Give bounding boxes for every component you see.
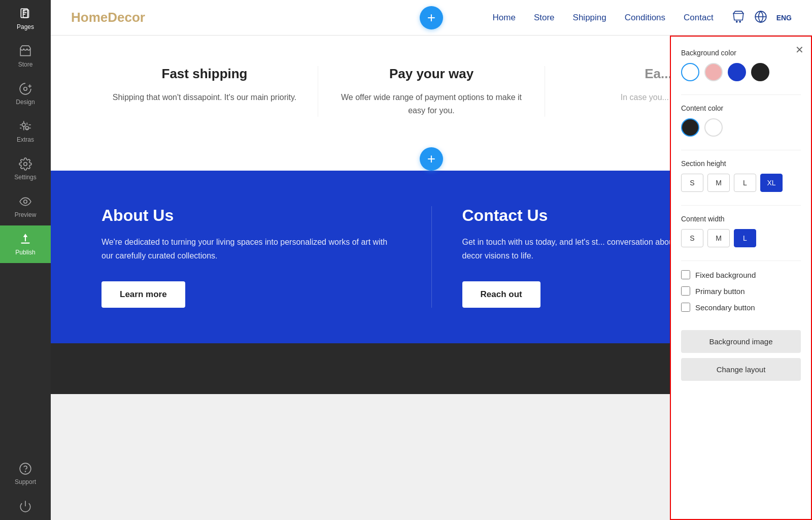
- content-width-label: Content width: [681, 215, 801, 223]
- nav-link-shipping[interactable]: Shipping: [573, 13, 606, 23]
- language-icon[interactable]: [754, 10, 767, 25]
- height-options-row: S M L XL: [681, 174, 801, 192]
- primary-button-checkbox[interactable]: [681, 286, 690, 296]
- svg-rect-12: [21, 243, 29, 244]
- height-m-button[interactable]: M: [707, 174, 730, 192]
- secondary-button-label[interactable]: Secondary button: [695, 303, 755, 312]
- sidebar-label-settings: Settings: [14, 174, 36, 181]
- content-width-section: Content width S M L: [681, 215, 801, 247]
- sidebar: Pages Store Design Extras Settings Previ…: [0, 0, 51, 520]
- sidebar-label-store: Store: [18, 61, 33, 68]
- bg-color-pink[interactable]: [704, 63, 723, 81]
- sidebar-label-support: Support: [15, 478, 36, 485]
- plus-icon-top: +: [427, 10, 435, 26]
- sidebar-label-preview: Preview: [15, 211, 37, 218]
- sidebar-item-store[interactable]: Store: [0, 38, 51, 75]
- nav-link-contact[interactable]: Contact: [684, 13, 714, 23]
- primary-button-label[interactable]: Primary button: [695, 287, 745, 296]
- background-image-button[interactable]: Background image: [681, 330, 801, 353]
- about-description: We're dedicated to turning your living s…: [101, 235, 401, 263]
- divider-3: [681, 205, 801, 206]
- learn-more-button[interactable]: Learn more: [101, 281, 185, 308]
- width-m-button[interactable]: M: [707, 229, 730, 247]
- bg-color-row: [681, 63, 801, 81]
- sidebar-item-support[interactable]: Support: [0, 455, 51, 493]
- svg-point-17: [739, 21, 740, 22]
- bg-color-black[interactable]: [751, 63, 769, 81]
- navigation-links: Home Store Shipping Conditions Contact: [493, 13, 714, 23]
- page-content: Fast shipping Shipping that won't dissap…: [51, 36, 812, 520]
- logo-accent: Decor: [108, 10, 145, 25]
- svg-point-13: [20, 463, 31, 474]
- width-options-row: S M L: [681, 229, 801, 247]
- sidebar-item-design[interactable]: Design: [0, 75, 51, 113]
- divider-2: [681, 150, 801, 150]
- about-col: About Us We're dedicated to turning your…: [101, 206, 431, 307]
- close-icon[interactable]: ✕: [795, 44, 804, 56]
- sidebar-item-settings[interactable]: Settings: [0, 150, 51, 188]
- content-color-black[interactable]: [681, 118, 699, 137]
- publish-icon: [19, 233, 32, 246]
- svg-point-16: [736, 21, 737, 22]
- svg-point-5: [24, 87, 27, 91]
- svg-point-14: [25, 471, 25, 472]
- sidebar-item-power[interactable]: [0, 493, 51, 520]
- height-l-button[interactable]: L: [734, 174, 756, 192]
- feature-1-title: Fast shipping: [112, 66, 297, 82]
- nav-link-conditions[interactable]: Conditions: [625, 13, 665, 23]
- divider-1: [681, 94, 801, 95]
- add-section-button-top[interactable]: +: [420, 6, 443, 29]
- section-height-section: Section height S M L XL: [681, 159, 801, 192]
- svg-point-10: [24, 162, 27, 166]
- nav-link-home[interactable]: Home: [493, 13, 516, 23]
- secondary-button-checkbox[interactable]: [681, 303, 690, 312]
- bg-color-white[interactable]: [681, 63, 699, 81]
- store-icon: [19, 45, 32, 58]
- pages-icon: [19, 7, 32, 20]
- content-color-white[interactable]: [704, 118, 723, 137]
- nav-icons: ENG: [732, 10, 792, 25]
- bg-color-label: Background color: [681, 49, 801, 57]
- svg-point-8: [22, 123, 26, 127]
- content-color-section: Content color: [681, 104, 801, 137]
- svg-point-11: [24, 200, 27, 204]
- fixed-background-row: Fixed background: [681, 270, 801, 279]
- feature-col-1: Fast shipping Shipping that won't dissap…: [91, 66, 318, 117]
- sidebar-item-publish[interactable]: Publish: [0, 225, 51, 263]
- width-l-button[interactable]: L: [734, 229, 756, 247]
- height-s-button[interactable]: S: [681, 174, 703, 192]
- cart-icon[interactable]: [732, 10, 745, 25]
- design-icon: [19, 82, 32, 95]
- section-height-label: Section height: [681, 159, 801, 168]
- power-icon: [19, 500, 32, 513]
- feature-col-2: Pay your way We offer wide range of paym…: [318, 66, 545, 117]
- site-logo: HomeDecor: [71, 10, 145, 25]
- reach-out-button[interactable]: Reach out: [462, 281, 540, 308]
- about-title: About Us: [101, 206, 401, 225]
- primary-button-row: Primary button: [681, 286, 801, 296]
- bg-color-section: Background color: [681, 49, 801, 81]
- main-area: HomeDecor + Home Store Shipping Conditio…: [51, 0, 812, 520]
- settings-panel: ✕ Background color Content color: [670, 36, 812, 520]
- fixed-background-checkbox[interactable]: [681, 270, 690, 279]
- fixed-background-label[interactable]: Fixed background: [695, 271, 756, 279]
- height-xl-button[interactable]: XL: [760, 174, 783, 192]
- sidebar-label-publish: Publish: [15, 249, 35, 256]
- add-section-button-mid[interactable]: +: [420, 147, 443, 171]
- width-s-button[interactable]: S: [681, 229, 703, 247]
- language-label: ENG: [776, 14, 792, 22]
- content-color-row: [681, 118, 801, 137]
- sidebar-label-extras: Extras: [17, 136, 34, 143]
- secondary-button-row: Secondary button: [681, 303, 801, 312]
- bg-color-darkblue[interactable]: [728, 63, 746, 81]
- sidebar-item-pages[interactable]: Pages: [0, 0, 51, 38]
- logo-text: Home: [71, 10, 108, 25]
- nav-link-store[interactable]: Store: [534, 13, 555, 23]
- sidebar-bottom: Support: [0, 455, 51, 520]
- sidebar-item-extras[interactable]: Extras: [0, 113, 51, 150]
- sidebar-item-preview[interactable]: Preview: [0, 188, 51, 225]
- change-layout-button[interactable]: Change layout: [681, 358, 801, 381]
- content-color-label: Content color: [681, 104, 801, 112]
- feature-2-description: We offer wide range of payment options t…: [339, 91, 524, 117]
- divider-4: [681, 261, 801, 261]
